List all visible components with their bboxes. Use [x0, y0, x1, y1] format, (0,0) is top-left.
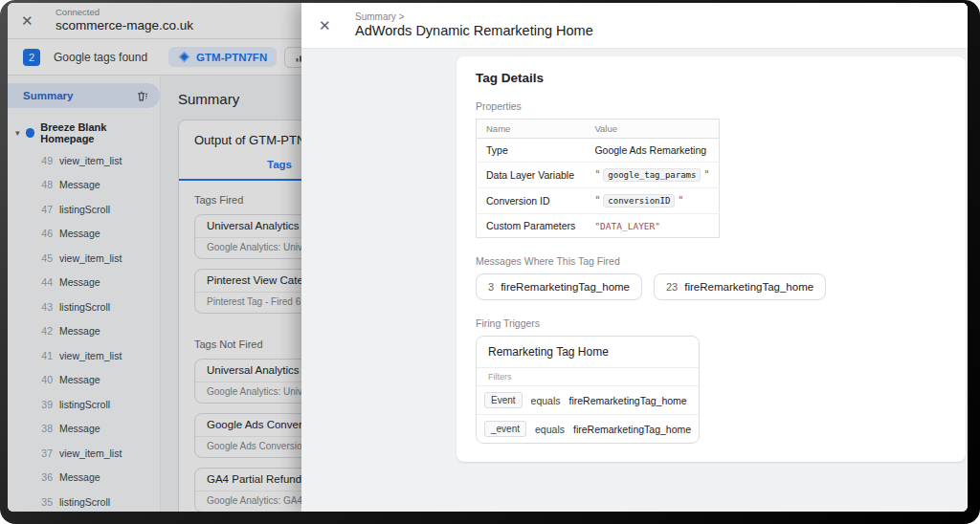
prop-value: " conversionID ": [585, 188, 720, 214]
page-title: AdWords Dynamic Remarketing Home: [355, 23, 593, 39]
screen: ✕ Connected scommerce-mage.co.uk 2 Googl…: [8, 3, 968, 512]
tag-details-heading: Tag Details: [476, 71, 947, 85]
blocking-triggers-label: Blocking Triggers: [476, 461, 947, 462]
variable-chip: conversionID: [603, 194, 675, 207]
detail-title-block: Summary > AdWords Dynamic Remarketing Ho…: [355, 11, 593, 39]
filters-label: Filters: [477, 367, 699, 385]
prop-name: Data Layer Variable: [477, 163, 586, 188]
prop-value: Google Ads Remarketing: [585, 139, 720, 163]
filter-field-chip: _event: [484, 421, 526, 437]
tag-assistant-window: ✕ Connected scommerce-mage.co.uk 2 Googl…: [0, 0, 980, 524]
quote-mark: ": [594, 195, 600, 206]
quote-mark: ": [678, 195, 683, 206]
table-row: Conversion ID " conversionID ": [477, 188, 720, 214]
filter-field-chip: Event: [484, 392, 523, 408]
prop-value: " google_tag_params ": [585, 163, 720, 188]
message-card[interactable]: 3 fireRemarketingTag_home: [476, 273, 642, 300]
properties-label: Properties: [476, 100, 947, 112]
filter-operator: equals: [531, 395, 561, 406]
message-name: fireRemarketingTag_home: [501, 281, 630, 293]
detail-body: Tag Details Properties Name Value: [301, 49, 968, 512]
window-frame: ✕ Connected scommerce-mage.co.uk 2 Googl…: [0, 0, 980, 524]
string-value: "DATA_LAYER": [594, 221, 660, 231]
filter-operator: equals: [535, 424, 565, 435]
message-number: 3: [488, 281, 494, 293]
firing-triggers-label: Firing Triggers: [476, 317, 947, 329]
messages-label: Messages Where This Tag Fired: [476, 255, 947, 267]
prop-name: Conversion ID: [477, 188, 586, 214]
breadcrumb[interactable]: Summary >: [355, 11, 593, 23]
trigger-card: Remarketing Tag Home Filters Event equal…: [476, 336, 700, 444]
filter-row: Event equals fireRemarketingTag_home: [477, 385, 699, 414]
col-header-value: Value: [585, 120, 720, 139]
detail-header: ✕ Summary > AdWords Dynamic Remarketing …: [301, 3, 968, 49]
filter-row: _event equals fireRemarketingTag_home: [477, 414, 699, 443]
col-header-name: Name: [477, 120, 586, 139]
tag-details-card: Tag Details Properties Name Value: [457, 56, 966, 462]
tag-detail-overlay: ✕ Summary > AdWords Dynamic Remarketing …: [301, 3, 968, 512]
variable-chip: google_tag_params: [603, 168, 701, 182]
table-row: Type Google Ads Remarketing: [477, 139, 720, 163]
table-row: Custom Parameters "DATA_LAYER": [477, 214, 720, 238]
table-row: Data Layer Variable " google_tag_params …: [477, 163, 720, 188]
quote-mark: ": [594, 169, 600, 180]
quote-mark: ": [703, 169, 709, 180]
prop-name: Custom Parameters: [477, 214, 586, 238]
properties-table: Name Value Type Google Ads Remarketing: [476, 119, 720, 238]
message-number: 23: [666, 281, 678, 293]
prop-name: Type: [477, 139, 586, 163]
filter-value: fireRemarketingTag_home: [569, 395, 687, 406]
message-card[interactable]: 23 fireRemarketingTag_home: [654, 273, 826, 300]
messages-row: 3 fireRemarketingTag_home 23 fireRemarke…: [476, 273, 947, 300]
trigger-name: Remarketing Tag Home: [477, 337, 699, 367]
message-name: fireRemarketingTag_home: [684, 281, 813, 293]
prop-value: "DATA_LAYER": [585, 214, 720, 238]
filter-value: fireRemarketingTag_home: [573, 424, 691, 435]
close-detail-icon[interactable]: ✕: [319, 17, 340, 34]
